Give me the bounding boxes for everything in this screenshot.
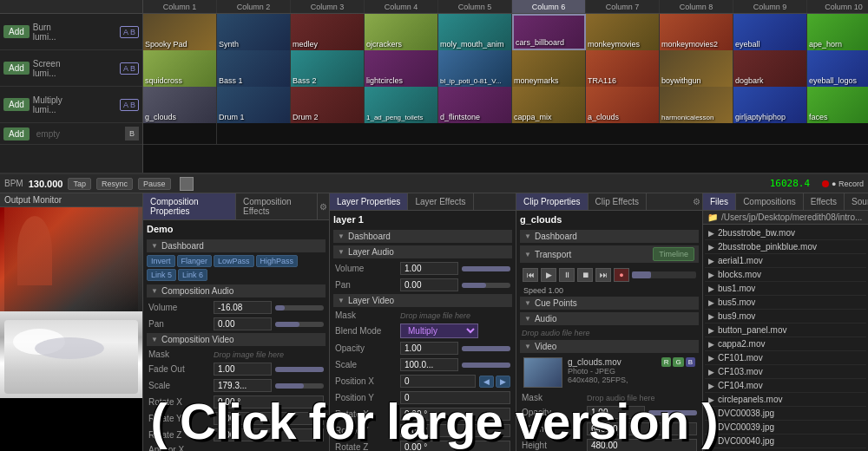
comp-audio-header[interactable]: Composition Audio: [147, 284, 326, 297]
clip-transport-header[interactable]: Transport Timeline: [520, 245, 699, 263]
effects-tab[interactable]: Effects: [804, 193, 845, 210]
clip-height-value[interactable]: 480.00: [587, 439, 697, 451]
highpass-btn[interactable]: HighPass: [256, 255, 299, 267]
layer-dashboard-header[interactable]: Dashboard: [333, 230, 512, 243]
step-btn[interactable]: B: [125, 127, 139, 141]
layer-volume-slider[interactable]: [462, 266, 511, 271]
clip-props-tab[interactable]: Clip Properties: [516, 193, 589, 210]
comp-volume-value[interactable]: -16.08: [214, 301, 272, 314]
compositions-tab[interactable]: Compositions: [736, 193, 804, 210]
thumb-row2-8[interactable]: boywithgun: [660, 50, 733, 87]
thumb-row3-1[interactable]: g_clouds: [143, 87, 217, 123]
add-layer2-button[interactable]: Add: [3, 62, 30, 75]
thumb-row3-7[interactable]: a_clouds: [586, 87, 660, 123]
clip-width-value[interactable]: 640.00: [587, 422, 697, 435]
clip-menu-btn[interactable]: ⚙: [691, 193, 702, 210]
thumb-row1-10[interactable]: ape_horn: [807, 14, 868, 50]
layer-pan-slider[interactable]: [462, 283, 511, 288]
layer-effects-tab[interactable]: Layer Effects: [408, 193, 473, 210]
list-item[interactable]: ▶button_panel.mov: [705, 324, 866, 337]
thumb-row1-7[interactable]: monkeymovies: [586, 14, 660, 50]
clip-mask-value[interactable]: Drop audio file here: [587, 394, 655, 402]
layer-scale-slider[interactable]: [462, 363, 511, 368]
layer-rotatey-value[interactable]: 0.00 °: [400, 424, 510, 437]
thumb-row1-2[interactable]: Synth: [217, 14, 291, 50]
layer-volume-value[interactable]: 1.00: [400, 262, 458, 275]
link6-btn[interactable]: Link 6: [178, 269, 207, 281]
add-layer3-button[interactable]: Add: [3, 98, 30, 111]
list-item[interactable]: ▶DVC00038.jpg: [705, 407, 866, 421]
comp-menu-btn[interactable]: ⚙: [318, 193, 329, 219]
stop-btn[interactable]: ⏹: [577, 268, 593, 282]
clip-effects-tab[interactable]: Clip Effects: [589, 193, 647, 210]
layer-opacity-value[interactable]: 1.00: [400, 342, 458, 355]
thumb-row3-10[interactable]: faces: [807, 87, 868, 123]
layer-video-header[interactable]: Layer Video: [333, 294, 512, 307]
play-btn[interactable]: ▶: [541, 268, 556, 282]
list-item[interactable]: ▶blocks.mov: [705, 268, 866, 282]
clip-opacity-value[interactable]: 1.00: [587, 406, 645, 419]
rec-btn[interactable]: ●: [614, 268, 629, 282]
comp-scale-slider[interactable]: [275, 383, 325, 389]
thumb-row1-8[interactable]: monkeymovies2: [660, 14, 733, 50]
thumb-row1-5[interactable]: moly_mouth_anim: [438, 14, 512, 50]
comp-rotatey-value[interactable]: 0.00 °: [214, 412, 324, 425]
thumb-row3-4[interactable]: 1_ad_peng_toilets: [365, 87, 438, 123]
flanger-btn[interactable]: Flanger: [177, 255, 213, 267]
comp-video-header[interactable]: Composition Video: [147, 333, 326, 346]
layer-audio-header[interactable]: Layer Audio: [333, 245, 512, 258]
timeline-btn[interactable]: Timeline: [653, 247, 694, 261]
list-item[interactable]: ▶2busstrobe_pinkblue.mov: [705, 240, 866, 254]
layer-opacity-slider[interactable]: [462, 346, 511, 351]
list-item[interactable]: ▶2busstrobe_bw.mov: [705, 226, 866, 240]
files-tab[interactable]: Files: [703, 193, 736, 210]
comp-pan-slider[interactable]: [275, 322, 325, 327]
list-item[interactable]: ▶cappa2.mov: [705, 337, 866, 351]
clip-dashboard-header[interactable]: Dashboard: [520, 230, 699, 243]
list-item[interactable]: ▶aerial1.mov: [705, 254, 866, 268]
clip-audio-header[interactable]: Audio: [520, 312, 699, 325]
thumb-row3-2[interactable]: Drum 1: [217, 87, 291, 123]
thumb-row2-10[interactable]: eyeball_logos: [807, 50, 868, 87]
clip-progress[interactable]: [632, 271, 696, 278]
layer-posx-value[interactable]: 0: [400, 375, 476, 388]
thumb-row1-3[interactable]: medley: [291, 14, 365, 50]
thumb-row2-5[interactable]: bl_ip_poti_0-81_V...: [438, 50, 512, 87]
layer-rotatez-value[interactable]: 0.00 °: [400, 441, 510, 451]
invert-btn[interactable]: Invert: [147, 255, 175, 267]
thumb-row2-4[interactable]: lightcircles: [365, 50, 438, 87]
comp-rotatex-value[interactable]: 0.00 °: [214, 395, 324, 409]
thumb-row2-6[interactable]: moneymarks: [512, 50, 586, 87]
cue-header[interactable]: Cue Points: [520, 297, 699, 310]
comp-dashboard-header[interactable]: Dashboard: [147, 239, 326, 252]
layer-posy-value[interactable]: 0: [400, 391, 510, 404]
pause-transport-btn[interactable]: ⏸: [559, 268, 575, 282]
skip-fwd-btn[interactable]: ⏭: [595, 268, 611, 282]
thumb-row3-5[interactable]: d_flintstone: [438, 87, 512, 123]
thumb-row1-1[interactable]: Spooky Pad: [143, 14, 217, 50]
comp-fadein-slider[interactable]: [275, 367, 325, 372]
layer-mask-value[interactable]: Drop image file here: [400, 311, 470, 320]
thumb-row2-3[interactable]: Bass 2: [291, 50, 365, 87]
thumb-row1-6[interactable]: cars_billboard: [512, 14, 586, 50]
add-layer1-button[interactable]: Add: [3, 25, 30, 38]
thumb-row1-4[interactable]: ojcrackers: [365, 14, 438, 50]
thumb-row3-9[interactable]: girljaptyhiphop: [733, 87, 807, 123]
layer-posx-btn1[interactable]: ◀: [479, 376, 494, 388]
list-item[interactable]: ▶CF101.mov: [705, 351, 866, 365]
clip-audio-value[interactable]: Drop audio file here: [522, 329, 590, 337]
thumb-row2-7[interactable]: TRA116: [586, 50, 660, 87]
layer-blend-select[interactable]: Multiply Add Screen Lighten: [400, 324, 478, 338]
link5-btn[interactable]: Link 5: [147, 269, 176, 281]
comp-effects-tab[interactable]: Composition Effects: [236, 193, 318, 219]
lowpass-btn[interactable]: LowPass: [214, 255, 254, 267]
thumb-row2-1[interactable]: squidcross: [143, 50, 217, 87]
tap-button[interactable]: Tap: [68, 178, 91, 190]
thumb-row2-9[interactable]: dogbark: [733, 50, 807, 87]
clip-video-header[interactable]: Video: [520, 340, 699, 353]
list-item[interactable]: ▶bus9.mov: [705, 310, 866, 324]
thumb-row3-3[interactable]: Drum 2: [291, 87, 365, 123]
comp-props-tab[interactable]: Composition Properties: [143, 193, 236, 219]
comp-volume-slider[interactable]: [275, 305, 325, 310]
list-item[interactable]: ▶DVC00039.jpg: [705, 421, 866, 435]
